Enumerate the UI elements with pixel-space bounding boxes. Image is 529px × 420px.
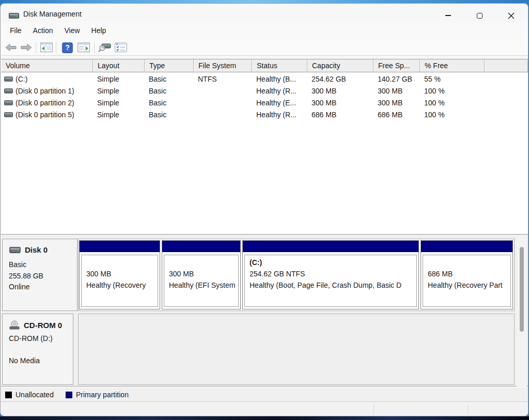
- menu-file[interactable]: File: [4, 24, 27, 37]
- partition-efi-system[interactable]: 300 MB Healthy (EFI System: [162, 240, 241, 309]
- legend-label: Unallocated: [15, 391, 54, 399]
- capacity-cell: 686 MB: [307, 109, 374, 121]
- volume-cell: (Disk 0 partition 5): [1, 109, 93, 121]
- disk-drive-icon: [9, 12, 19, 19]
- volume-row-c[interactable]: (C:) Simple Basic NTFS Healthy (B... 254…: [1, 73, 528, 85]
- partition-label: 300 MB Healthy (Recovery: [81, 255, 158, 307]
- legend-primary-partition: Primary partition: [66, 387, 129, 402]
- capacity-cell: 300 MB: [307, 97, 374, 109]
- pct-free-cell: 55 %: [420, 73, 485, 85]
- checklist-icon: [115, 42, 127, 53]
- disk0-title: Disk 0: [25, 245, 48, 254]
- cdrom-title: CD-ROM 0: [24, 321, 62, 330]
- column-header-file-system[interactable]: File System: [194, 59, 252, 72]
- show-console-tree-button[interactable]: [39, 41, 54, 54]
- status-cell: Healthy (E...: [252, 97, 307, 109]
- column-header-status[interactable]: Status: [252, 59, 307, 72]
- partition-recovery-1[interactable]: 300 MB Healthy (Recovery: [79, 240, 160, 309]
- cdrom-graphical-area[interactable]: [78, 314, 515, 385]
- status-bar-divider: [468, 404, 468, 414]
- show-action-pane-icon: [77, 42, 90, 53]
- column-header-capacity[interactable]: Capacity: [307, 59, 374, 72]
- primary-partition-band: [421, 241, 512, 252]
- checklist-button[interactable]: [113, 41, 129, 54]
- titlebar: Disk Management: [1, 3, 528, 23]
- unallocated-swatch: [5, 392, 12, 398]
- spacer: [9, 345, 53, 356]
- volume-cell: (C:): [1, 73, 93, 85]
- help-button[interactable]: ?: [59, 41, 75, 54]
- status-cell: Healthy (R...: [252, 109, 307, 121]
- back-button[interactable]: [3, 41, 19, 54]
- column-header-type[interactable]: Type: [145, 59, 194, 72]
- volume-row-partition1[interactable]: (Disk 0 partition 1) Simple Basic Health…: [1, 85, 528, 97]
- type-cell: Basic: [145, 109, 194, 121]
- menu-help[interactable]: Help: [86, 24, 112, 37]
- volume-name: (C:): [15, 75, 27, 83]
- svg-text:?: ?: [65, 43, 70, 52]
- scrollbar-thumb[interactable]: [520, 247, 524, 332]
- column-header-pct-free[interactable]: % Free: [420, 59, 485, 72]
- disk0-status: Online: [9, 282, 43, 293]
- legend-label: Primary partition: [76, 391, 129, 399]
- minimize-button[interactable]: [436, 6, 460, 25]
- disk-search-button[interactable]: [97, 41, 113, 54]
- taskbar-edge: [0, 416, 529, 420]
- status-bar-divider: [374, 404, 374, 414]
- disk0-header-cell[interactable]: Disk 0 Basic 255.88 GB Online: [2, 239, 77, 311]
- volume-name: (Disk 0 partition 2): [15, 99, 74, 107]
- status-cell: Healthy (R...: [252, 85, 307, 97]
- layout-cell: Simple: [93, 97, 145, 109]
- volume-cell: (Disk 0 partition 2): [1, 97, 93, 109]
- fs-cell: NTFS: [194, 73, 252, 85]
- layout-cell: Simple: [93, 73, 145, 85]
- partition-recovery-2[interactable]: 686 MB Healthy (Recovery Part: [421, 240, 513, 309]
- forward-button[interactable]: [19, 41, 34, 54]
- layout-cell: Simple: [93, 85, 145, 97]
- status-cell: Healthy (B...: [252, 73, 307, 85]
- column-header-empty[interactable]: [485, 59, 528, 72]
- toolbar-separator: [36, 42, 36, 53]
- close-button[interactable]: [499, 6, 523, 25]
- column-header-layout[interactable]: Layout: [93, 59, 145, 72]
- volume-name: (Disk 0 partition 5): [15, 111, 74, 119]
- disk-drive-icon: [4, 100, 13, 105]
- volume-row-partition5[interactable]: (Disk 0 partition 5) Simple Basic Health…: [1, 109, 528, 121]
- vertical-scrollbar[interactable]: [517, 236, 526, 386]
- column-header-free-space[interactable]: Free Sp...: [374, 59, 420, 72]
- disk0-type: Basic: [9, 259, 43, 271]
- cdrom-drive-letter: CD-ROM (D:): [9, 333, 53, 345]
- volume-name: (Disk 0 partition 1): [15, 87, 74, 95]
- free-space-cell: 140.27 GB: [374, 73, 420, 85]
- help-icon: ?: [62, 42, 73, 53]
- cdrom-header-cell[interactable]: CD-ROM 0 CD-ROM (D:) No Media: [2, 314, 73, 385]
- maximize-button[interactable]: [468, 6, 491, 25]
- capacity-cell: 300 MB: [307, 85, 374, 97]
- partition-label: (C:) 254.62 GB NTFS Healthy (Boot, Page …: [244, 255, 417, 307]
- toolbar-separator: [56, 42, 56, 53]
- maximize-icon: [477, 13, 483, 19]
- window-title: Disk Management: [23, 10, 82, 18]
- partition-label: 300 MB Healthy (EFI System: [164, 255, 239, 307]
- pct-free-cell: 100 %: [420, 109, 485, 121]
- disk-drive-icon: [4, 76, 13, 82]
- show-action-pane-button[interactable]: [76, 41, 91, 54]
- column-header-volume[interactable]: Volume: [1, 59, 93, 72]
- disk-search-icon: [98, 42, 112, 53]
- volume-row-partition2[interactable]: (Disk 0 partition 2) Simple Basic Health…: [1, 97, 528, 109]
- forward-icon: [20, 43, 33, 52]
- desktop-background: Disk Management File Action View Help: [0, 0, 529, 420]
- toolbar-separator: [94, 42, 95, 53]
- free-space-cell: 300 MB: [374, 85, 420, 97]
- primary-partition-band: [243, 241, 418, 252]
- disk0-size: 255.88 GB: [9, 271, 43, 282]
- close-icon: [508, 12, 515, 19]
- fs-cell: [194, 109, 252, 121]
- type-cell: Basic: [145, 85, 194, 97]
- pct-free-cell: 100 %: [420, 97, 485, 109]
- layout-cell: Simple: [93, 109, 145, 121]
- menu-view[interactable]: View: [58, 24, 85, 37]
- menu-action[interactable]: Action: [27, 24, 59, 37]
- partition-c-drive[interactable]: (C:) 254.62 GB NTFS Healthy (Boot, Page …: [242, 240, 419, 309]
- volume-cell: (Disk 0 partition 1): [1, 85, 93, 97]
